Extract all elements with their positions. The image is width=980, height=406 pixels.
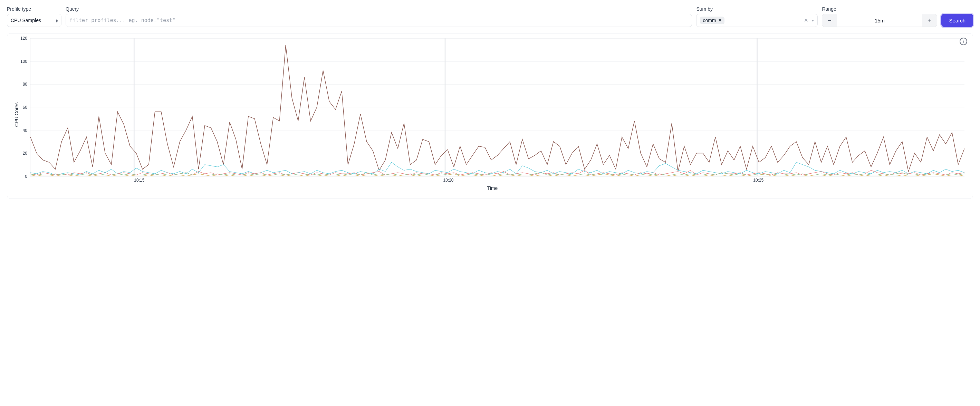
chart-plot[interactable] <box>30 38 964 177</box>
sumby-chip-label: comm <box>703 18 716 23</box>
query-input[interactable] <box>69 17 688 24</box>
sumby-chips: comm ✕ <box>700 17 724 24</box>
y-axis-label: CPU Cores <box>14 102 19 127</box>
query-input-wrap <box>65 14 692 27</box>
profile-type-group: Profile type CPU Samples ▴▾ <box>7 6 62 27</box>
chart-card: i CPU Cores 120100806040200 10:1510:2010… <box>7 33 973 199</box>
ylabel-wrap: CPU Cores <box>13 38 21 191</box>
range-group: Range − 15m + <box>822 6 937 27</box>
profile-type-select[interactable]: CPU Samples ▴▾ <box>7 14 62 27</box>
y-axis-ticks: 120100806040200 <box>21 38 30 177</box>
range-value: 15m <box>837 14 922 27</box>
query-group: Query <box>65 6 692 27</box>
chart-area: CPU Cores 120100806040200 10:1510:2010:2… <box>13 38 964 191</box>
chip-remove-icon[interactable]: ✕ <box>718 18 722 23</box>
search-button[interactable]: Search <box>941 14 973 27</box>
chevron-down-icon[interactable]: ▾ <box>812 18 814 23</box>
x-axis-ticks: 10:1510:2010:25 <box>36 177 964 183</box>
profile-type-label: Profile type <box>7 6 62 12</box>
sumby-chip: comm ✕ <box>700 17 724 24</box>
sumby-label: Sum by <box>696 6 818 12</box>
range-increase-button[interactable]: + <box>922 14 937 27</box>
profile-type-value: CPU Samples <box>11 18 41 23</box>
range-decrease-button[interactable]: − <box>822 14 837 27</box>
range-stepper: − 15m + <box>822 14 937 27</box>
clear-icon[interactable]: ✕ <box>804 17 808 24</box>
controls-row: Profile type CPU Samples ▴▾ Query Sum by… <box>7 6 973 27</box>
sumby-group: Sum by comm ✕ ✕ ▾ <box>696 6 818 27</box>
info-icon[interactable]: i <box>959 38 967 45</box>
query-label: Query <box>65 6 692 12</box>
range-label: Range <box>822 6 937 12</box>
select-updown-icon: ▴▾ <box>56 19 58 22</box>
sumby-multiselect[interactable]: comm ✕ ✕ ▾ <box>696 14 818 27</box>
x-axis-label: Time <box>21 185 964 191</box>
multiselect-controls: ✕ ▾ <box>804 17 814 24</box>
